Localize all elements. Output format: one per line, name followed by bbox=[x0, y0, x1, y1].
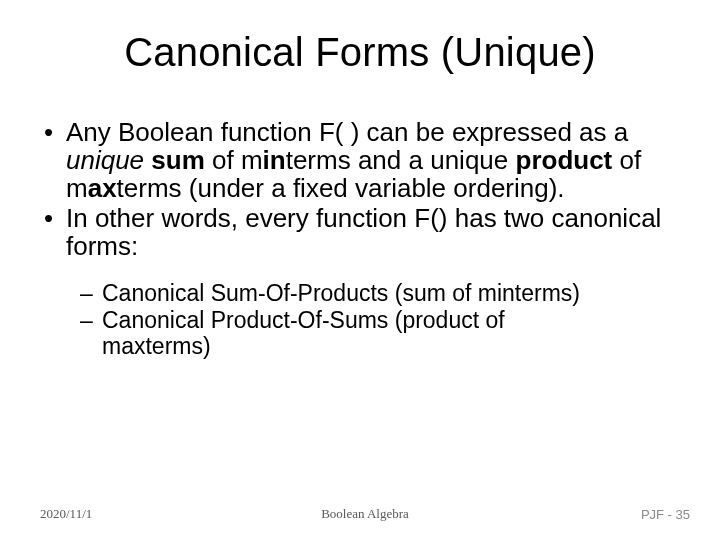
bullet-level2: Canonical Product-Of-Sums (product of bbox=[80, 307, 680, 333]
bullet-level2: Canonical Sum-Of-Products (sum of minter… bbox=[80, 280, 680, 306]
text: Canonical Product-Of-Sums (product of bbox=[102, 307, 505, 333]
text-bold: ax bbox=[88, 173, 117, 203]
footer-center: Boolean Algebra bbox=[40, 506, 690, 522]
text: terms (under a fixed variable ordering). bbox=[117, 173, 565, 203]
bullet-level1: In other words, every function F() has t… bbox=[40, 204, 680, 260]
text: maxterms) bbox=[102, 333, 211, 359]
slide-title: Canonical Forms (Unique) bbox=[0, 30, 720, 75]
slide: Canonical Forms (Unique) Any Boolean fun… bbox=[0, 0, 720, 540]
text: In other words, every function F() has t… bbox=[66, 203, 661, 261]
bullet-level2-continuation: maxterms) bbox=[80, 333, 680, 359]
text: terms and a unique bbox=[286, 145, 516, 175]
text: Any Boolean function F( ) can be express… bbox=[66, 117, 628, 147]
text-bold: in bbox=[263, 145, 286, 175]
text: Canonical Sum-Of-Products (sum of minter… bbox=[102, 280, 580, 306]
footer-page: PJF - 35 bbox=[641, 507, 690, 522]
slide-body: Any Boolean function F( ) can be express… bbox=[40, 118, 680, 360]
text-bold: sum bbox=[151, 145, 204, 175]
text: of m bbox=[205, 145, 263, 175]
text-italic: unique bbox=[66, 145, 144, 175]
bullet-level1: Any Boolean function F( ) can be express… bbox=[40, 118, 680, 202]
bullet-level2-group: Canonical Sum-Of-Products (sum of minter… bbox=[40, 280, 680, 359]
text-bold: product bbox=[516, 145, 613, 175]
